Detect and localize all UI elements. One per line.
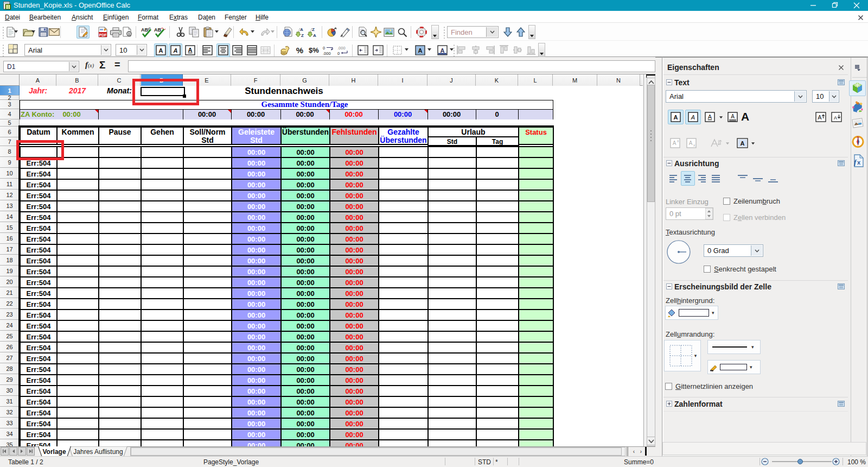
svg-text:A: A	[441, 47, 445, 54]
svg-text:x: x	[857, 159, 861, 166]
svg-text:A: A	[674, 114, 678, 121]
svg-text:A: A	[708, 113, 712, 120]
svg-text:Z: Z	[301, 33, 304, 37]
svg-text:Vorlage: Vorlage	[42, 448, 66, 456]
svg-text:A: A	[173, 47, 178, 54]
svg-text:x: x	[693, 143, 695, 147]
svg-text:A: A	[731, 113, 735, 119]
svg-text:A: A	[691, 114, 695, 121]
svg-text:A: A	[818, 114, 822, 121]
svg-text:A: A	[689, 140, 693, 146]
svg-text:PDF: PDF	[99, 33, 107, 37]
svg-text:A: A	[159, 47, 163, 54]
svg-text:0: 0	[323, 46, 325, 51]
svg-text:A: A	[741, 140, 745, 147]
svg-text:A: A	[418, 47, 423, 54]
svg-text:Jahres Auflistung: Jahres Auflistung	[73, 448, 123, 456]
svg-text:Z: Z	[312, 27, 315, 32]
svg-text:A: A	[300, 27, 303, 32]
svg-text:.000: .000	[323, 51, 331, 56]
svg-text:A: A	[673, 140, 676, 146]
svg-text:A: A	[834, 115, 837, 121]
svg-text:AB: AB	[141, 27, 148, 33]
svg-text:0: 0	[337, 51, 340, 56]
svg-text:A: A	[313, 33, 316, 37]
svg-text:A: A	[188, 47, 193, 53]
svg-text:.000: .000	[337, 46, 346, 51]
svg-text:AB: AB	[154, 27, 161, 33]
svg-text:x: x	[677, 139, 679, 143]
